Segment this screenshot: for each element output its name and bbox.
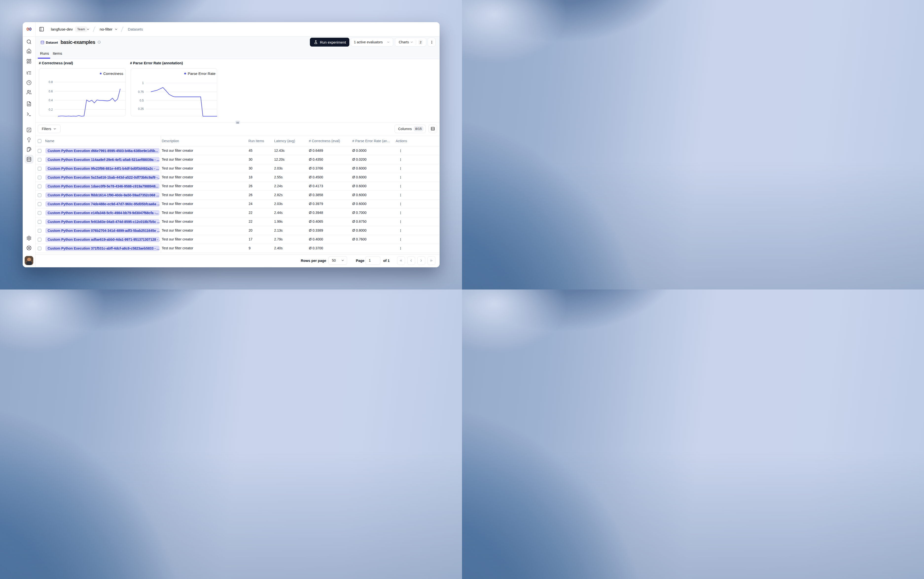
- svg-text:0.2: 0.2: [49, 108, 53, 111]
- svg-text:0.6: 0.6: [49, 90, 53, 93]
- svg-text:0.4: 0.4: [49, 98, 53, 102]
- svg-text:0.75: 0.75: [138, 90, 144, 93]
- svg-text:1: 1: [142, 81, 144, 85]
- svg-text:0.5: 0.5: [139, 99, 144, 102]
- svg-text:0.8: 0.8: [49, 80, 53, 84]
- svg-text:0.25: 0.25: [138, 107, 144, 111]
